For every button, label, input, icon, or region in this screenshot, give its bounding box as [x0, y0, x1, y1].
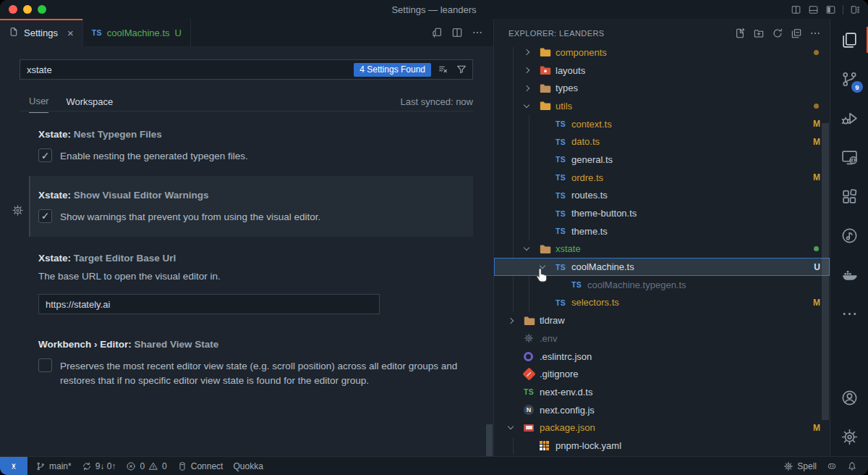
activity-extensions[interactable] — [830, 177, 868, 216]
git-status-badge: M — [813, 119, 820, 129]
editor-scrollbar[interactable] — [486, 424, 493, 456]
tab-bar: Settings × TS coolMachine.ts U — [0, 19, 493, 47]
activity-remote-explorer[interactable] — [830, 138, 868, 177]
status-notifications[interactable] — [842, 457, 862, 475]
remote-indicator[interactable] — [0, 457, 27, 475]
ts-blue-icon: TS — [556, 298, 571, 307]
more-icon[interactable] — [809, 28, 821, 39]
settings-search-input[interactable] — [27, 64, 354, 75]
tree-item--eslintrc-json[interactable]: .eslintrc.json — [494, 348, 830, 366]
chevron-right-icon[interactable] — [524, 50, 540, 54]
tree-item-next-config-js[interactable]: Nnext.config.js — [494, 401, 830, 419]
new-file-icon[interactable] — [734, 28, 746, 39]
status-errors[interactable]: 00 — [121, 457, 171, 475]
tab-settings[interactable]: Settings × — [0, 19, 83, 47]
tree-item-dato-ts[interactable]: TSdato.tsM — [494, 133, 830, 151]
checkbox[interactable]: ✓ — [38, 358, 52, 372]
file-label: theme-button.ts — [571, 208, 637, 219]
tab-coolmachine[interactable]: TS coolMachine.ts U — [83, 19, 191, 46]
git-status-dot — [814, 104, 819, 109]
status-copilot[interactable] — [822, 457, 842, 475]
tree-item-next-env-d-ts[interactable]: TSnext-env.d.ts — [494, 383, 830, 401]
tree-item-types[interactable]: types — [494, 79, 830, 97]
activity-additional-views[interactable] — [830, 294, 868, 333]
collapse-all-icon[interactable] — [791, 28, 802, 39]
window-controls[interactable] — [9, 5, 46, 14]
base-url-input[interactable] — [38, 294, 380, 314]
file-label: layouts — [556, 65, 585, 76]
tree-item--env[interactable]: .env — [494, 329, 830, 348]
tree-item-utils[interactable]: utils — [494, 97, 830, 115]
tab-label: coolMachine.ts — [107, 28, 170, 38]
activity-note-circle[interactable] — [830, 216, 868, 255]
file-label: general.ts — [571, 154, 613, 165]
git-icon — [524, 369, 540, 379]
file-label: next.config.js — [540, 405, 595, 416]
tree-item-context-ts[interactable]: TScontext.tsM — [494, 115, 830, 133]
tree-item-theme-button-ts[interactable]: TStheme-button.ts — [494, 204, 830, 222]
zoom-window-button[interactable] — [38, 5, 46, 14]
explorer-scrollbar[interactable] — [822, 123, 829, 420]
status-git-branch[interactable]: main* — [30, 457, 77, 475]
status-spell-checker[interactable]: Spell — [778, 457, 822, 475]
activity-manage[interactable] — [830, 417, 868, 456]
tree-item-ordre-ts[interactable]: TSordre.tsM — [494, 169, 830, 187]
close-tab-icon[interactable]: × — [67, 27, 74, 39]
split-editor-icon[interactable] — [451, 27, 463, 38]
scope-tab-user[interactable]: User — [29, 96, 48, 113]
open-changes-icon[interactable] — [431, 27, 443, 38]
setting-nest-typegen-files: Xstate: Nest Typegen Files ✓ Enable nest… — [38, 129, 473, 164]
layout-controls — [791, 4, 861, 15]
tree-item-layouts[interactable]: layouts — [494, 62, 830, 80]
explorer-panel: EXPLORER: LEANDERS componentslayoutstype… — [494, 19, 830, 456]
file-label: routes.ts — [571, 190, 608, 201]
explorer-header: EXPLORER: LEANDERS — [494, 19, 830, 47]
setting-show-visual-editor-warnings: Xstate: Show Visual Editor Warnings ✓ Sh… — [29, 176, 473, 238]
close-window-button[interactable] — [9, 5, 17, 14]
file-label: components — [556, 47, 607, 58]
scope-tab-workspace[interactable]: Workspace — [66, 96, 113, 113]
status-quokka[interactable]: Quokka — [228, 457, 268, 475]
tree-item-package-json[interactable]: package.jsonM — [494, 419, 830, 437]
layout-custom-icon[interactable] — [850, 4, 861, 15]
refresh-icon[interactable] — [772, 28, 783, 39]
settings-editor: 4 Settings Found User Workspace Last syn… — [0, 47, 493, 456]
activity-run-and-debug[interactable] — [830, 98, 868, 138]
layout-cols-icon[interactable] — [791, 4, 801, 15]
tree-item-selectors-ts[interactable]: TSselectors.tsM — [494, 294, 830, 312]
more-icon[interactable] — [472, 27, 483, 38]
tree-item-general-ts[interactable]: TSgeneral.ts — [494, 151, 830, 169]
tree-item-theme-ts[interactable]: TStheme.ts — [494, 222, 830, 240]
chevron-right-icon[interactable] — [524, 68, 540, 72]
activity-explorer[interactable] — [830, 20, 868, 59]
checkbox[interactable]: ✓ — [38, 209, 52, 223]
chevron-right-icon[interactable] — [524, 86, 540, 91]
explorer-title: EXPLORER: LEANDERS — [509, 29, 605, 38]
layout-sidebar-icon[interactable] — [825, 4, 836, 15]
npm-icon — [524, 424, 540, 432]
activity-source-control[interactable]: 9 — [830, 59, 868, 98]
editor-actions — [431, 19, 493, 46]
checkbox[interactable]: ✓ — [38, 148, 52, 162]
tree-item-tldraw[interactable]: tldraw — [494, 311, 830, 329]
chevron-down-icon[interactable] — [524, 105, 540, 107]
tree-item-xstate[interactable]: xstate — [494, 240, 830, 258]
chevron-down-icon[interactable] — [509, 426, 524, 429]
chevron-down-icon[interactable] — [524, 248, 540, 250]
tree-item-components[interactable]: components — [494, 47, 830, 62]
funnel-icon[interactable] — [456, 64, 467, 75]
chevron-right-icon[interactable] — [509, 319, 524, 323]
status-sql-connect[interactable]: Connect — [172, 457, 229, 475]
status-sync-changes[interactable]: 9↓ 0↑ — [77, 457, 122, 475]
clear-filter-icon[interactable] — [438, 64, 449, 75]
tree-item--gitignore[interactable]: .gitignore — [494, 365, 830, 383]
tree-item-routes-ts[interactable]: TSroutes.ts — [494, 187, 830, 205]
file-label: dato.ts — [571, 136, 600, 147]
layout-panel-icon[interactable] — [808, 4, 819, 15]
activity-docker[interactable] — [830, 255, 868, 294]
minimize-window-button[interactable] — [23, 5, 32, 14]
activity-accounts[interactable] — [830, 378, 868, 417]
ts-blue-icon: TS — [571, 280, 587, 289]
tree-item-pnpm-lock-yaml[interactable]: pnpm-lock.yaml — [494, 437, 830, 455]
new-folder-icon[interactable] — [753, 28, 765, 39]
